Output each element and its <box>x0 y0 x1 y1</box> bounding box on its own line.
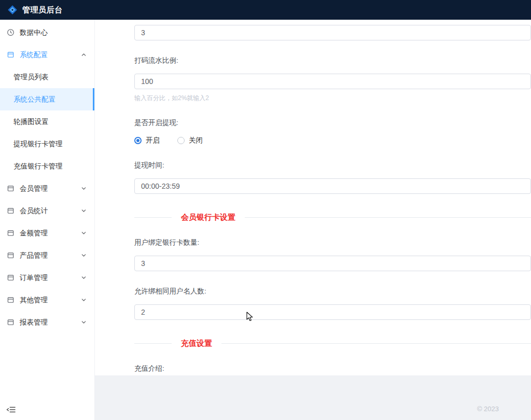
product-management-icon <box>7 251 15 259</box>
sidebar-item-member-stats[interactable]: 会员统计 <box>0 200 94 222</box>
turnover-ratio-help: 输入百分比，如2%就输入2 <box>134 94 531 103</box>
sidebar: 数据中心 系统配置 管理员列表 系统公共配置 轮播图设置 提现银行卡管理 充值银… <box>0 20 95 420</box>
sidebar-subitem-label: 提现银行卡管理 <box>13 139 63 149</box>
sidebar-item-label: 会员管理 <box>20 184 48 193</box>
radio-off-label: 关闭 <box>189 136 203 145</box>
withdraw-switch-label: 是否开启提现: <box>134 118 531 128</box>
radio-on-icon <box>134 137 142 144</box>
sidebar-item-label: 系统配置 <box>20 50 48 60</box>
section-title-recharge: 充值设置 <box>172 339 221 348</box>
report-management-icon <box>7 318 15 326</box>
sidebar-item-other-management[interactable]: 其他管理 <box>0 289 94 311</box>
chevron-down-icon <box>81 186 87 191</box>
sidebar-subitem-label: 轮播图设置 <box>13 117 49 127</box>
withdraw-switch-group: 开启 关闭 <box>134 136 531 145</box>
sidebar-item-member-management[interactable]: 会员管理 <box>0 177 94 200</box>
other-management-icon <box>7 296 15 304</box>
app-logo-icon <box>7 5 18 15</box>
radio-withdraw-on[interactable]: 开启 <box>134 136 160 145</box>
turnover-ratio-input[interactable] <box>134 74 531 89</box>
chevron-down-icon <box>81 208 87 214</box>
sidebar-subitem-label: 系统公共配置 <box>13 95 55 104</box>
chevron-up-icon <box>81 52 87 58</box>
section-divider-bankcard: 会员银行卡设置 <box>134 213 531 222</box>
sidebar-item-label: 数据中心 <box>20 28 48 37</box>
bind-count-label: 用户绑定银行卡数量: <box>134 238 531 247</box>
sidebar-item-label: 订单管理 <box>20 273 48 283</box>
sidebar-item-amount-management[interactable]: 金额管理 <box>0 222 94 244</box>
sidebar-item-data-center[interactable]: 数据中心 <box>0 21 94 44</box>
sidebar-subitem-system-public-config[interactable]: 系统公共配置 <box>0 88 94 110</box>
sidebar-item-label: 会员统计 <box>20 206 48 216</box>
section-divider-recharge: 充值设置 <box>134 339 531 348</box>
same-user-count-input[interactable] <box>134 304 531 320</box>
sidebar-collapse-icon[interactable] <box>6 406 16 415</box>
sidebar-item-label: 产品管理 <box>20 251 48 260</box>
sidebar-item-label: 金额管理 <box>20 229 48 238</box>
topbar: 管理员后台 <box>0 0 531 20</box>
sidebar-item-report-management[interactable]: 报表管理 <box>0 311 94 333</box>
bind-count-input[interactable] <box>134 256 531 271</box>
member-stats-icon <box>7 207 15 215</box>
sidebar-subitem-withdraw-bankcard[interactable]: 提现银行卡管理 <box>0 133 94 155</box>
recharge-intro-label: 充值介绍: <box>134 364 531 373</box>
chevron-down-icon <box>81 253 87 258</box>
chevron-down-icon <box>81 275 87 281</box>
sidebar-subitem-carousel-settings[interactable]: 轮播图设置 <box>0 110 94 133</box>
top-partial-input[interactable] <box>134 25 531 40</box>
radio-withdraw-off[interactable]: 关闭 <box>177 136 203 145</box>
order-management-icon <box>7 274 15 282</box>
data-center-icon <box>7 29 15 36</box>
member-management-icon <box>7 185 15 192</box>
main-content: 打码流水比例: 输入百分比，如2%就输入2 是否开启提现: 开启 关闭 提现时间… <box>95 20 531 420</box>
chevron-down-icon <box>81 297 87 303</box>
radio-off-icon <box>177 137 185 144</box>
sidebar-item-product-management[interactable]: 产品管理 <box>0 244 94 267</box>
copyright-text: © 2023 <box>477 405 499 413</box>
sidebar-item-label: 报表管理 <box>20 318 48 327</box>
system-config-icon <box>7 51 15 59</box>
withdraw-time-label: 提现时间: <box>134 161 531 170</box>
sidebar-subitem-label: 管理员列表 <box>13 73 49 82</box>
sidebar-item-label: 其他管理 <box>20 296 48 305</box>
turnover-ratio-label: 打码流水比例: <box>134 56 531 65</box>
amount-management-icon <box>7 229 15 237</box>
withdraw-time-input[interactable] <box>134 178 531 194</box>
sidebar-subitem-admin-list[interactable]: 管理员列表 <box>0 66 94 88</box>
sidebar-item-order-management[interactable]: 订单管理 <box>0 267 94 289</box>
same-user-count-label: 允许绑相同用户名人数: <box>134 287 531 296</box>
sidebar-item-system-config[interactable]: 系统配置 <box>0 44 94 66</box>
section-title-bankcard: 会员银行卡设置 <box>172 213 245 222</box>
settings-form: 打码流水比例: 输入百分比，如2%就输入2 是否开启提现: 开启 关闭 提现时间… <box>95 20 531 420</box>
sidebar-subitem-label: 充值银行卡管理 <box>13 162 63 171</box>
page-footer: © 2023 <box>95 375 531 420</box>
radio-on-label: 开启 <box>146 136 160 145</box>
chevron-down-icon <box>81 230 87 236</box>
app-title: 管理员后台 <box>22 5 63 15</box>
sidebar-subitem-recharge-bankcard[interactable]: 充值银行卡管理 <box>0 155 94 177</box>
chevron-down-icon <box>81 319 87 325</box>
